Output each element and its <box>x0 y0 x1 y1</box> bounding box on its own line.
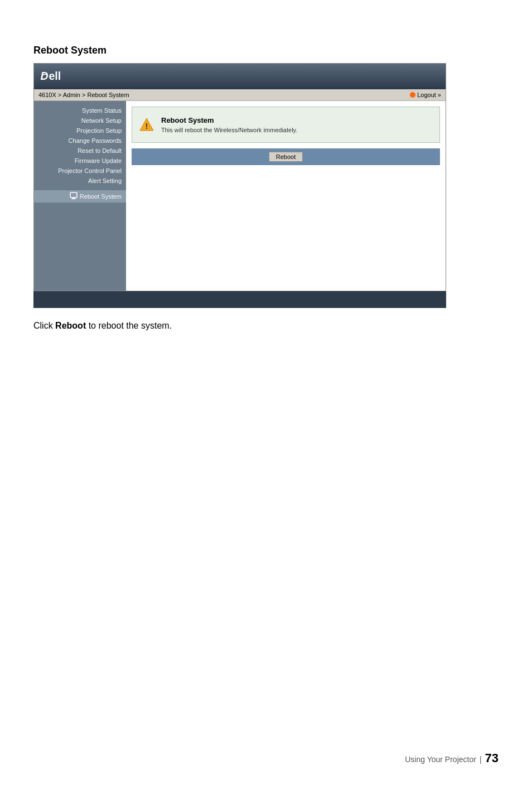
reboot-panel-description: This will reboot the Wireless/Network im… <box>161 127 297 133</box>
instructions-post: to reboot the system. <box>86 321 172 330</box>
sidebar-divider <box>34 186 126 190</box>
svg-text:ell: ell <box>49 70 61 82</box>
logout-icon <box>410 92 415 98</box>
reboot-btn-row: Reboot <box>132 148 440 165</box>
reboot-panel-text: Reboot System This will reboot the Wirel… <box>161 116 297 133</box>
reboot-panel: ! Reboot System This will reboot the Wir… <box>132 107 440 143</box>
footer-text: Using Your Projector <box>405 755 476 764</box>
sidebar-item-reboot-system[interactable]: Reboot System <box>34 190 126 203</box>
breadcrumb-bar: 4610X > Admin > Reboot System Logout » <box>34 89 446 101</box>
sidebar-active-label: Reboot System <box>80 193 122 200</box>
footer-separator: | <box>480 755 482 764</box>
logout-label: Logout » <box>417 92 441 98</box>
warning-icon: ! <box>139 117 154 133</box>
sidebar-item-firmware-update[interactable]: Firmware Update <box>34 156 126 166</box>
instructions-bold: Reboot <box>55 321 86 330</box>
sidebar: System Status Network Setup Projection S… <box>34 101 126 291</box>
browser-header: D ell <box>34 64 446 89</box>
instructions-pre: Click <box>33 321 55 330</box>
sidebar-item-alert-setting[interactable]: Alert Setting <box>34 176 126 186</box>
svg-rect-5 <box>71 199 76 199</box>
page-number: 73 <box>485 751 499 766</box>
browser-window: D ell 4610X > Admin > Reboot System Logo… <box>33 63 446 291</box>
reboot-button[interactable]: Reboot <box>269 152 303 162</box>
page-footer: Using Your Projector | 73 <box>405 751 499 766</box>
svg-rect-3 <box>70 192 77 198</box>
sidebar-item-reset-to-default[interactable]: Reset to Default <box>34 146 126 156</box>
sidebar-item-system-status[interactable]: System Status <box>34 105 126 115</box>
logout-button[interactable]: Logout » <box>410 92 441 98</box>
sidebar-item-network-setup[interactable]: Network Setup <box>34 115 126 126</box>
sidebar-item-change-passwords[interactable]: Change Passwords <box>34 136 126 146</box>
content-area: ! Reboot System This will reboot the Wir… <box>126 101 446 291</box>
svg-text:D: D <box>41 70 49 82</box>
dell-logo: D ell <box>40 68 73 85</box>
sidebar-item-projection-setup[interactable]: Projection Setup <box>34 126 126 136</box>
svg-text:!: ! <box>146 122 148 131</box>
reboot-panel-title: Reboot System <box>161 116 297 124</box>
footer-bar <box>33 291 446 308</box>
monitor-icon <box>70 192 78 201</box>
sidebar-item-projector-control-panel[interactable]: Projector Control Panel <box>34 166 126 176</box>
breadcrumb: 4610X > Admin > Reboot System <box>38 92 129 98</box>
page-title: Reboot System <box>0 0 532 63</box>
instructions: Click Reboot to reboot the system. <box>0 308 532 344</box>
main-content: System Status Network Setup Projection S… <box>34 101 446 291</box>
svg-rect-4 <box>72 198 75 199</box>
